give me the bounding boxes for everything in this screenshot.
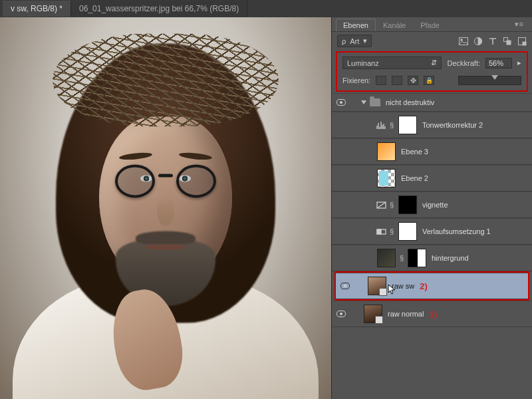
cursor-pointer-icon	[388, 284, 397, 296]
lock-transparency-button[interactable]	[376, 76, 386, 85]
layer-row[interactable]: § vignette	[332, 192, 532, 218]
link-icon: §	[388, 121, 396, 129]
layer-name[interactable]: hintergrund	[432, 254, 469, 262]
layer-name[interactable]: raw normal	[388, 310, 424, 318]
link-icon: §	[398, 254, 406, 262]
doc-tab-active[interactable]: v sw, RGB/8) *	[3, 1, 71, 17]
layer-thumbnail[interactable]	[368, 277, 386, 295]
filter-image-icon[interactable]	[459, 37, 468, 46]
svg-rect-6	[523, 42, 526, 45]
layer-thumbnail[interactable]	[377, 249, 396, 267]
mask-thumbnail[interactable]	[398, 116, 417, 134]
layer-list: nicht destruktiv § Tonwertkorrektur 2 Eb…	[332, 93, 532, 399]
svg-rect-4	[507, 41, 511, 45]
layer-row-selected[interactable]: raw sw 2)	[336, 273, 528, 299]
blend-mode-select[interactable]: Luminanz ⇵	[342, 57, 442, 69]
filter-icons	[459, 37, 527, 46]
mask-thumbnail[interactable]	[398, 196, 417, 214]
layer-name[interactable]: vignette	[422, 201, 448, 209]
svg-rect-0	[460, 37, 468, 45]
main-area: Ebenen Kanäle Pfade ▾≡ ρ Art ▾ Lumina	[0, 17, 532, 399]
lock-pixels-button[interactable]	[392, 76, 402, 85]
mask-thumbnail[interactable]	[408, 249, 426, 267]
filter-smart-icon[interactable]	[517, 37, 527, 46]
folder-icon	[370, 98, 380, 106]
lock-label: Fixieren:	[342, 76, 370, 84]
layer-row[interactable]: Ebene 2	[332, 165, 532, 192]
layer-row[interactable]: § Verlaufsumsetzung 1	[332, 218, 532, 245]
portrait-image	[13, 37, 319, 399]
panel-menu-icon[interactable]: ▾≡	[511, 17, 528, 31]
mask-thumbnail[interactable]	[398, 222, 417, 241]
opacity-dropdown-icon[interactable]: ▸	[517, 59, 521, 67]
opacity-label: Deckkraft:	[447, 59, 480, 67]
layer-name[interactable]: Tonwertkorrektur 2	[422, 121, 483, 129]
tab-paths[interactable]: Pfade	[413, 19, 447, 31]
opacity-input[interactable]	[485, 58, 512, 68]
disclosure-icon[interactable]	[361, 100, 366, 104]
link-icon: §	[388, 227, 396, 235]
layer-name[interactable]: Verlaufsumsetzung 1	[422, 227, 491, 235]
search-icon: ρ	[342, 37, 346, 45]
gradient-icon	[374, 199, 388, 211]
visibility-icon[interactable]	[336, 99, 346, 106]
highlight-blend-box: Luminanz ⇵ Deckkraft: ▸ Fixieren: ✥ 🔒	[336, 51, 528, 92]
chevron-down-icon: ▾	[363, 37, 367, 45]
layer-filter-select[interactable]: ρ Art ▾	[337, 35, 372, 47]
visibility-icon[interactable]	[336, 311, 346, 317]
layer-thumbnail[interactable]	[364, 305, 382, 323]
filter-adjust-icon[interactable]	[473, 37, 483, 46]
opacity-slider[interactable]	[458, 76, 521, 85]
doc-tab-inactive[interactable]: 06_01_wasserspritzer.jpg bei 66,7% (RGB/…	[71, 1, 247, 17]
visibility-icon[interactable]	[340, 283, 350, 289]
svg-point-1	[461, 39, 463, 41]
annotation-2: 2)	[420, 281, 428, 291]
panel-tabs: Ebenen Kanäle Pfade ▾≡	[332, 17, 532, 32]
layers-panel: Ebenen Kanäle Pfade ▾≡ ρ Art ▾ Lumina	[331, 17, 532, 399]
layer-name[interactable]: nicht destruktiv	[386, 98, 434, 106]
layer-row[interactable]: § hintergrund	[332, 245, 532, 271]
layer-name[interactable]: Ebene 2	[401, 174, 428, 182]
levels-icon	[374, 119, 388, 131]
annotation-1: 1)	[429, 309, 437, 319]
layer-row[interactable]: § Tonwertkorrektur 2	[332, 112, 532, 138]
tab-channels[interactable]: Kanäle	[376, 19, 413, 31]
canvas[interactable]	[0, 17, 331, 399]
document-tabs: v sw, RGB/8) * 06_01_wasserspritzer.jpg …	[0, 0, 532, 17]
layer-thumbnail[interactable]	[377, 142, 396, 161]
filter-shape-icon[interactable]	[503, 37, 512, 46]
tab-layers[interactable]: Ebenen	[336, 19, 376, 31]
layer-thumbnail[interactable]	[377, 169, 396, 188]
lock-all-button[interactable]: 🔒	[424, 76, 434, 85]
gradientmap-icon	[374, 225, 388, 237]
highlight-selected-layer: raw sw 2)	[334, 271, 529, 301]
chevron-updown-icon: ⇵	[431, 59, 437, 67]
layer-group-header[interactable]: nicht destruktiv	[332, 93, 532, 112]
layer-name[interactable]: Ebene 3	[401, 148, 428, 156]
filter-type-icon[interactable]	[488, 37, 497, 46]
layer-row[interactable]: raw normal 1)	[332, 301, 532, 327]
svg-rect-9	[377, 229, 381, 234]
link-icon: §	[388, 201, 396, 209]
layer-row[interactable]: Ebene 3	[332, 138, 532, 165]
filter-row: ρ Art ▾	[332, 32, 532, 50]
lock-position-button[interactable]: ✥	[408, 76, 418, 85]
